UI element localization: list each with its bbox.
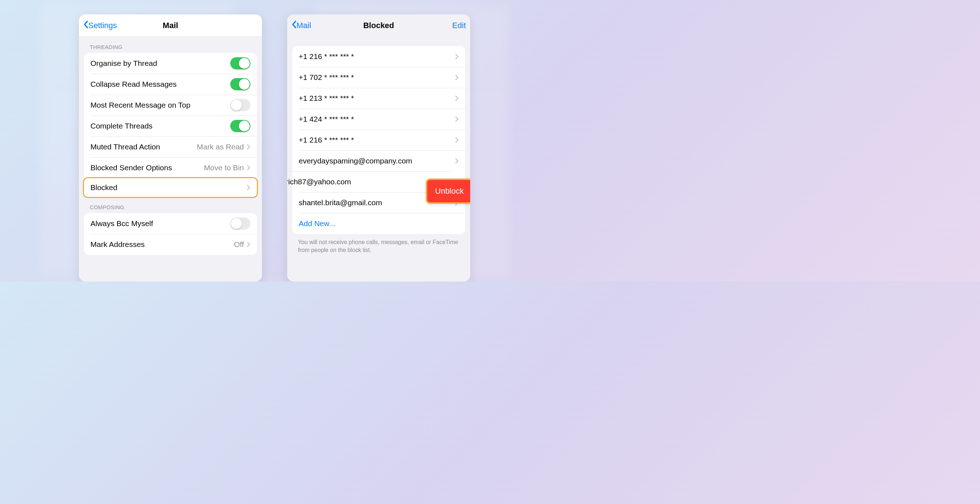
chevron-right-icon xyxy=(247,185,250,190)
chevron-left-icon xyxy=(83,21,88,31)
row-muted-thread-action[interactable]: Muted Thread Action Mark as Read xyxy=(84,136,257,157)
row-label: Most Recent Message on Top xyxy=(91,101,190,109)
row-label: Blocked Sender Options xyxy=(91,163,172,172)
chevron-right-icon xyxy=(247,165,250,171)
chevron-right-icon xyxy=(455,137,459,143)
row-label: Organise by Thread xyxy=(91,59,157,68)
row-blocked-sender-options[interactable]: Blocked Sender Options Move to Bin xyxy=(84,157,257,178)
blocked-item-label: +1 702 * *** *** * xyxy=(299,73,354,82)
row-label: Collapse Read Messages xyxy=(91,80,177,89)
add-new-row[interactable]: Add New... xyxy=(292,213,465,234)
chevron-right-icon xyxy=(247,242,250,247)
row-label: Always Bcc Myself xyxy=(91,219,153,228)
row-label: Muted Thread Action xyxy=(91,143,160,151)
chevron-right-icon xyxy=(455,158,459,164)
back-button[interactable]: Mail xyxy=(291,21,311,31)
row-organise-by-thread[interactable]: Organise by Thread xyxy=(84,53,257,74)
toggle-bcc[interactable] xyxy=(230,217,250,230)
blocked-item[interactable]: +1 216 * *** *** * xyxy=(292,46,465,67)
chevron-right-icon xyxy=(455,95,459,101)
unblock-highlight: Unblock xyxy=(426,179,470,204)
add-new-label: Add New... xyxy=(299,219,336,228)
toggle-complete[interactable] xyxy=(230,120,250,132)
blocked-item[interactable]: +1 216 * *** *** * xyxy=(292,130,465,151)
back-label: Mail xyxy=(296,21,311,30)
row-label: Blocked xyxy=(91,183,118,192)
chevron-right-icon xyxy=(455,74,459,80)
blocked-item-label: shantel.brita@gmail.com xyxy=(299,198,382,207)
blocked-item-label: rich87@yahoo.com xyxy=(287,178,351,186)
blocked-item[interactable]: +1 424 * *** *** * xyxy=(292,109,465,130)
blocked-item-label: +1 424 * *** *** * xyxy=(299,115,354,124)
toggle-recent[interactable] xyxy=(230,99,250,111)
blocked-list-group: +1 216 * *** *** * +1 702 * *** *** * +1… xyxy=(292,46,465,234)
blocked-item[interactable]: everydayspaming@company.com xyxy=(292,151,465,171)
row-value: Mark as Read xyxy=(197,143,244,151)
row-value: Off xyxy=(234,240,244,249)
row-always-bcc[interactable]: Always Bcc Myself xyxy=(84,213,257,234)
navbar-right: Mail Blocked Edit xyxy=(287,14,470,37)
toggle-collapse[interactable] xyxy=(230,78,250,90)
row-label: Complete Threads xyxy=(91,122,153,130)
mail-settings-panel: Settings Mail THREADING Organise by Thre… xyxy=(79,14,262,282)
blocked-item-label: +1 216 * *** *** * xyxy=(299,52,354,61)
unblock-button[interactable]: Unblock xyxy=(426,179,470,204)
blocked-item-label: everydayspaming@company.com xyxy=(299,157,412,165)
page-title: Blocked xyxy=(287,21,470,30)
row-most-recent-top[interactable]: Most Recent Message on Top xyxy=(84,95,257,116)
navbar-left: Settings Mail xyxy=(79,14,262,37)
section-header-composing: COMPOSING xyxy=(79,197,262,213)
section-header-threading: THREADING xyxy=(79,37,262,53)
row-label: Mark Addresses xyxy=(91,240,145,249)
chevron-right-icon xyxy=(247,144,250,150)
blocked-list-panel: Mail Blocked Edit +1 216 * *** *** * +1 … xyxy=(287,14,470,282)
chevron-right-icon xyxy=(455,116,459,122)
back-button[interactable]: Settings xyxy=(83,21,117,31)
row-blocked[interactable]: Blocked xyxy=(83,177,258,198)
threading-group: Organise by Thread Collapse Read Message… xyxy=(84,53,257,198)
edit-button[interactable]: Edit xyxy=(452,21,466,30)
blocked-item-label: +1 216 * *** *** * xyxy=(299,136,354,144)
row-complete-threads[interactable]: Complete Threads xyxy=(84,116,257,136)
blocked-item[interactable]: +1 213 * *** *** * xyxy=(292,88,465,109)
row-value: Move to Bin xyxy=(204,163,244,172)
back-label: Settings xyxy=(88,21,117,30)
blocked-item-label: +1 213 * *** *** * xyxy=(299,94,354,103)
row-mark-addresses[interactable]: Mark Addresses Off xyxy=(84,234,257,255)
composing-group: Always Bcc Myself Mark Addresses Off xyxy=(84,213,257,255)
toggle-organise[interactable] xyxy=(230,57,250,70)
blocked-item[interactable]: +1 702 * *** *** * xyxy=(292,67,465,88)
row-collapse-read[interactable]: Collapse Read Messages xyxy=(84,74,257,95)
chevron-right-icon xyxy=(455,54,459,59)
chevron-left-icon xyxy=(291,21,296,31)
footer-note: You will not receive phone calls, messag… xyxy=(287,234,470,260)
